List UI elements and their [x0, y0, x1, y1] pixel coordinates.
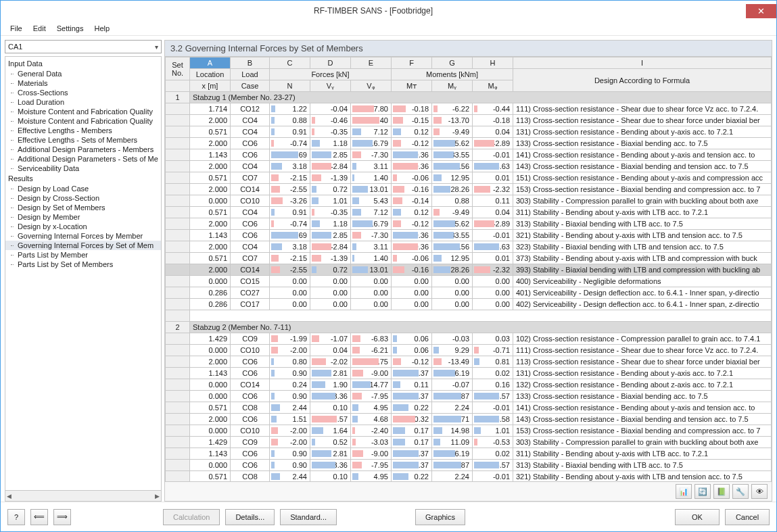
standard-button[interactable]: Standard... [280, 509, 337, 525]
table-row[interactable]: 0.000CO60.903.36-7.950.3745.873.57133) C… [166, 391, 772, 402]
table-row[interactable]: 0.000CO10-2.000.04-6.210.069.29-0.71111)… [166, 345, 772, 356]
next-button[interactable]: ⟹ [53, 509, 71, 525]
menu-help[interactable]: Help [89, 22, 115, 34]
table-row[interactable]: 1.429CO9-1.99-1.07-6.830.06-0.030.03102)… [166, 333, 772, 345]
titlebar: RF-TIMBER SANS - [Footbridge] ✕ [1, 1, 776, 21]
table-row[interactable]: 0.571CO40.91-0.357.120.12-9.490.04311) S… [166, 207, 772, 218]
tree-item[interactable]: Moisture Content and Fabrication Quality [5, 116, 161, 126]
table-row[interactable]: 0.000CO60.903.36-7.950.3745.873.57313) S… [166, 460, 772, 471]
window-title: RF-TIMBER SANS - [Footbridge] [1, 6, 746, 16]
tree-item[interactable]: Additional Design Parameters - Sets of M… [5, 154, 161, 164]
tree-item[interactable]: Design by Cross-Section [5, 193, 161, 203]
details-button[interactable]: Details... [225, 509, 275, 525]
menu-settings[interactable]: Settings [51, 22, 89, 34]
table-row[interactable]: 1.714CO121.22-0.04-17.80-0.18-6.22-0.441… [166, 103, 772, 115]
tree-group[interactable]: Results [5, 173, 161, 184]
navigator-tree[interactable]: Input DataGeneral DataMaterialsCross-Sec… [5, 56, 162, 491]
table-row[interactable]: 2.000CO14-2.550.7213.01-0.1628.26-2.3239… [166, 264, 772, 276]
cancel-button[interactable]: Cancel [725, 509, 770, 525]
grid-tool-icon[interactable]: 👁 [751, 484, 768, 499]
table-row[interactable]: 0.000CO10-3.261.015.43-0.140.880.11303) … [166, 195, 772, 207]
tree-item[interactable]: Additional Design Parameters - Members [5, 145, 161, 154]
menu-file[interactable]: File [5, 22, 28, 34]
table-row[interactable]: 1.143CO67.692.85-7.300.3633.55-0.01141) … [166, 149, 772, 161]
tree-item[interactable]: Parts List by Set of Members [5, 260, 161, 269]
table-row[interactable]: 2.000CO61.51-3.574.68-0.3245.713.58143) … [166, 414, 772, 425]
grid-tool-icon[interactable]: 📊 [676, 484, 692, 499]
table-row[interactable]: 2.000CO6-0.741.1816.79-0.1235.62-2.89133… [166, 138, 772, 149]
close-icon[interactable]: ✕ [746, 4, 776, 18]
calculation-button[interactable]: Calculation [163, 509, 220, 525]
tree-item[interactable]: Cross-Sections [5, 88, 161, 97]
graphics-button[interactable]: Graphics [415, 509, 465, 525]
tree-item[interactable]: Governing Internal Forces by Set of Mem [5, 241, 161, 250]
table-row[interactable]: 0.571CO40.91-0.357.120.12-9.490.04131) C… [166, 126, 772, 138]
tree-item[interactable]: Effective Lengths - Members [5, 126, 161, 135]
ok-button[interactable]: OK [675, 509, 720, 525]
toolbar-icons: 📊🔄📗🔧👁 [165, 481, 772, 501]
table-row[interactable]: 0.571CO82.440.104.950.222.24-0.01321) St… [166, 471, 772, 482]
table-row[interactable]: 0.286CO170.000.000.000.000.000.00402) Se… [166, 299, 772, 310]
table-row[interactable]: 1.143CO67.692.85-7.300.3633.55-0.01321) … [166, 230, 772, 241]
tree-item[interactable]: Governing Internal Forces by Member [5, 231, 161, 241]
table-row[interactable]: 2.000CO43.18-2.843.11-0.3643.563.63323) … [166, 241, 772, 253]
tree-item[interactable]: Serviceability Data [5, 164, 161, 173]
table-row[interactable]: 0.000CO140.241.9014.770.11-0.070.16132) … [166, 379, 772, 391]
tree-item[interactable]: Design by Set of Members [5, 203, 161, 212]
grid-tool-icon[interactable]: 📗 [713, 484, 730, 499]
table-row[interactable]: 1.429CO9-2.000.52-3.030.1711.09-0.53303)… [166, 437, 772, 448]
menubar: FileEditSettingsHelp [1, 21, 776, 36]
table-row[interactable]: 2.000CO6-0.741.1816.79-0.1235.62-2.89313… [166, 218, 772, 230]
tree-item[interactable]: General Data [5, 69, 161, 78]
tree-item[interactable]: Design by Member [5, 212, 161, 222]
table-row[interactable]: 2.000CO14-2.550.7213.01-0.1628.26-2.3215… [166, 184, 772, 195]
load-case-combo[interactable]: CA1 [5, 40, 162, 53]
table-row[interactable]: 1.143CO60.902.81-9.000.3736.190.02311) S… [166, 448, 772, 460]
table-row[interactable]: 0.571CO7-2.15-1.391.40-0.0612.950.01373)… [166, 253, 772, 264]
table-row[interactable]: 0.571CO7-2.15-1.391.40-0.0612.950.01151)… [166, 172, 772, 184]
help-button[interactable]: ? [7, 509, 25, 525]
prev-button[interactable]: ⟸ [30, 509, 48, 525]
table-row[interactable]: 0.286CO270.000.000.000.000.000.00401) Se… [166, 287, 772, 299]
table-row[interactable]: 0.000CO10-2.001.64-2.400.1714.981.01153)… [166, 425, 772, 437]
table-row[interactable]: 2.000CO40.88-0.46-22.40-0.15-13.70-0.181… [166, 115, 772, 126]
grid-tool-icon[interactable]: 🔄 [694, 484, 711, 499]
tree-item[interactable]: Design by Load Case [5, 184, 161, 193]
tree-item[interactable]: Design by x-Location [5, 222, 161, 231]
tree-item[interactable]: Effective Lengths - Sets of Members [5, 135, 161, 145]
tree-item[interactable]: Load Duration [5, 97, 161, 107]
menu-edit[interactable]: Edit [28, 22, 51, 34]
table-row[interactable]: 0.571CO82.440.104.950.222.24-0.01141) Cr… [166, 402, 772, 414]
results-grid[interactable]: SetNo.ABCDEFGHILocationLoadForces [kN]Mo… [165, 57, 772, 481]
tree-group[interactable]: Input Data [5, 58, 161, 69]
grid-tool-icon[interactable]: 🔧 [732, 484, 749, 499]
table-row[interactable]: 1.143CO60.902.81-9.000.3736.190.02131) C… [166, 368, 772, 379]
table-row[interactable]: 2.000CO60.80-2.02-21.75-0.12-13.490.8111… [166, 356, 772, 368]
table-row[interactable]: 2.000CO43.18-2.843.11-0.3643.563.63143) … [166, 161, 772, 172]
table-row[interactable]: 0.000CO150.000.000.000.000.000.00400) Se… [166, 276, 772, 287]
tree-scrollbar[interactable]: ◀▶ [5, 491, 162, 502]
tree-item[interactable]: Moisture Content and Fabrication Quality [5, 107, 161, 116]
tree-item[interactable]: Parts List by Member [5, 250, 161, 260]
tree-item[interactable]: Materials [5, 78, 161, 88]
panel-title: 3.2 Governing Internal Forces by Set of … [165, 41, 772, 57]
